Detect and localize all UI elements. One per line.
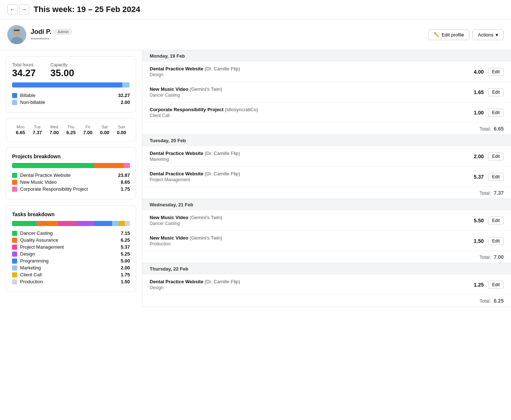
day-total-label: Total: [480,190,491,196]
task-legend-row: Project Management5.37 [12,244,130,250]
actions-button[interactable]: Actions ▾ [472,30,504,40]
edit-entry-button[interactable]: Edit [488,281,504,289]
capacity-value: 35.00 [50,67,74,79]
edit-entry-button[interactable]: Edit [488,109,504,117]
project-name: Corporate Responsibility Project [20,186,88,192]
entry-info: Dental Practice Website (Dr. Camille Fli… [150,279,469,290]
day-col-wed: Wed7.00 [46,125,62,135]
nonbillable-value: 2.00 [121,100,130,105]
task-bar-segment [95,221,112,226]
task-name: Marketing [20,265,41,271]
day-header: Thursday, 22 Feb [142,263,511,275]
project-name: Dental Practice Website [20,172,71,178]
table-row: Dental Practice Website (Dr. Camille Fli… [142,146,511,167]
task-name: Dancer Casting [20,230,53,236]
entry-info: New Music Video (Gemini's Twin) Producti… [150,235,469,246]
billable-value: 32.27 [118,93,130,98]
edit-entry-button[interactable]: Edit [488,68,504,76]
day-name: Sun [113,125,130,129]
day-total-label: Total: [480,298,491,304]
task-value: 2.00 [121,265,130,271]
table-row: Corporate Responsibility Project (Idiosy… [142,102,511,123]
prev-week-button[interactable]: ← [7,4,18,15]
week-title: This week: 19 – 25 Feb 2024 [34,5,140,14]
table-row: New Music Video (Gemini's Twin) Producti… [142,231,511,251]
task-legend-row: Dancer Casting7.15 [12,230,130,236]
task-name: Client Call [20,272,42,277]
day-total-row: Total:7.00 [142,251,511,263]
left-panel: Total hours 34.27 Capacity 35.00 Billabl… [0,50,142,307]
user-sub: •••••••••••• [31,36,72,42]
avatar [7,25,26,44]
tasks-bar [12,221,130,226]
task-name: Design [20,251,35,257]
task-bar-segment [37,221,58,226]
task-name: Production [20,279,43,284]
entry-info: Dental Practice Website (Dr. Camille Fli… [150,171,469,182]
entry-hours: 5.50 [469,218,484,223]
user-name: Jodi P. [31,28,51,36]
day-name: Fri [80,125,96,129]
task-dot [12,252,17,257]
day-header: Monday, 19 Feb [142,50,511,62]
table-row: Dental Practice Website (Dr. Camille Fli… [142,275,511,295]
entry-client: (Dr. Camille Flip) [205,66,240,71]
edit-profile-label: Edit profile [442,32,464,38]
entry-task: Client Call [150,113,469,118]
table-row: New Music Video (Gemini's Twin) Dancer C… [142,82,511,102]
day-total-value: 7.37 [494,190,504,196]
entry-task: Marketing [150,157,469,162]
edit-entry-button[interactable]: Edit [488,152,504,160]
entry-right: 2.00 Edit [469,152,504,160]
nonbillable-bar [122,82,129,88]
entry-right: 1.50 Edit [469,237,504,245]
projects-legend: Dental Practice Website23.87New Music Vi… [12,172,130,192]
user-actions: ✏️ Edit profile Actions ▾ [428,30,504,40]
total-hours-label: Total hours [12,62,36,67]
entry-info: New Music Video (Gemini's Twin) Dancer C… [150,86,469,98]
task-bar-segment [125,221,130,226]
next-week-button[interactable]: → [19,4,29,15]
day-total-label: Total: [480,254,491,260]
entry-project: New Music Video (Gemini's Twin) [150,215,469,220]
days-card: Mon6.65Tue7.37Wed7.00Thu6.25Fri7.00Sat0.… [6,118,136,141]
task-legend-row: Marketing2.00 [12,265,130,271]
task-dot [12,265,17,271]
entry-client: (Gemini's Twin) [190,86,222,92]
day-name: Thu [62,125,79,129]
entry-task: Design [150,72,469,77]
day-header: Tuesday, 20 Feb [142,135,511,146]
edit-entry-button[interactable]: Edit [488,217,504,225]
chevron-down-icon: ▾ [496,32,498,38]
entry-hours: 1.65 [469,89,484,95]
edit-entry-button[interactable]: Edit [488,88,504,96]
task-bar-segment [112,221,119,226]
top-bar: ← → This week: 19 – 25 Feb 2024 [0,0,511,19]
tasks-card: Tasks breakdown Dancer Casting7.15Qualit… [6,205,136,292]
task-value: 6.25 [121,237,130,243]
entry-right: 5.50 Edit [469,217,504,225]
day-value: 6.65 [12,130,29,135]
day-name: Tue [29,125,46,129]
projects-card: Projects breakdown Dental Practice Websi… [6,147,136,199]
nonbillable-label: Non-billable [20,100,45,105]
entry-project: New Music Video (Gemini's Twin) [150,86,469,92]
day-total-row: Total:7.37 [142,187,511,199]
day-value: 7.37 [29,130,46,135]
project-dot [12,180,17,185]
task-name: Project Management [20,244,64,250]
edit-entry-button[interactable]: Edit [488,173,504,181]
project-value: 23.87 [118,172,130,178]
entry-client: (Gemini's Twin) [190,215,222,220]
entry-right: 1.65 Edit [469,88,504,96]
tasks-legend: Dancer Casting7.15Quality Assurance6.25P… [12,230,130,284]
day-section: Tuesday, 20 Feb Dental Practice Website … [142,135,511,199]
task-legend-row: Programming5.00 [12,258,130,264]
edit-entry-button[interactable]: Edit [488,237,504,245]
task-dot [12,238,17,243]
entry-hours: 4.00 [469,69,484,75]
task-legend-row: Quality Assurance6.25 [12,237,130,243]
day-col-tue: Tue7.37 [29,125,46,135]
day-col-thu: Thu6.25 [62,125,79,135]
edit-profile-button[interactable]: ✏️ Edit profile [428,30,469,40]
